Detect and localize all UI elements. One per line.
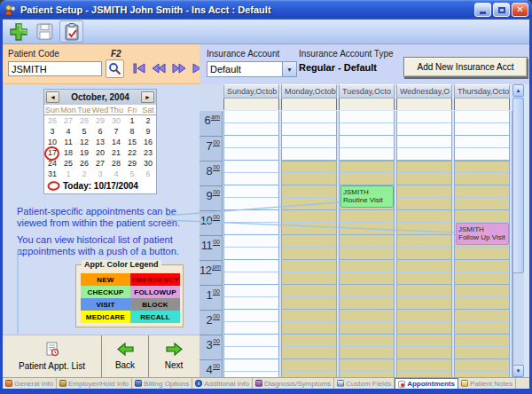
calendar-day[interactable]: 21 (108, 147, 124, 158)
time-slot[interactable] (224, 223, 278, 235)
time-slot[interactable] (397, 347, 451, 359)
calendar-next-month-button[interactable]: ► (141, 91, 154, 103)
time-slot[interactable] (282, 185, 336, 198)
day-header[interactable]: Monday,Octob ... (281, 84, 337, 98)
calendar-day[interactable]: 8 (124, 126, 140, 137)
time-slot[interactable] (282, 136, 336, 148)
time-slot[interactable] (397, 223, 451, 235)
time-slot[interactable] (455, 185, 509, 198)
tab-additional-info[interactable]: iAdditional Info (192, 378, 253, 389)
time-slot[interactable] (282, 173, 336, 185)
time-slot[interactable] (397, 359, 451, 372)
tab-patient-notes[interactable]: Patient Notes (458, 378, 516, 389)
time-slot[interactable] (224, 322, 278, 335)
time-slot[interactable] (455, 148, 509, 161)
calendar-day[interactable]: 6 (140, 169, 156, 179)
time-slot[interactable] (340, 335, 394, 347)
nav-first-button[interactable] (133, 63, 145, 74)
time-slot[interactable] (340, 297, 394, 310)
patient-code-input[interactable] (8, 61, 102, 76)
tab-appointments[interactable]: Appointments (395, 378, 458, 389)
close-button[interactable]: ✕ (512, 3, 528, 17)
time-slot[interactable] (397, 248, 451, 260)
time-slot[interactable] (282, 248, 336, 260)
day-header[interactable]: Thursday,Octo ... (454, 84, 510, 98)
appointment[interactable]: JSMITHRoutine Visit (340, 185, 394, 208)
calendar-day[interactable]: 1 (60, 169, 76, 179)
calendar-day[interactable]: 19 (76, 147, 92, 158)
nav-next-button[interactable] (172, 63, 186, 74)
time-slot[interactable] (224, 185, 278, 198)
time-slot[interactable] (397, 111, 451, 123)
allday-cell[interactable] (339, 98, 395, 110)
nav-previous-button[interactable] (152, 63, 166, 74)
time-slot[interactable] (224, 235, 278, 248)
calendar-day[interactable]: 30 (140, 158, 156, 169)
calendar-day[interactable]: 23 (140, 147, 156, 158)
calendar-day[interactable]: 26 (76, 158, 92, 169)
add-insurance-button[interactable]: Add New Insurance Acct (403, 57, 528, 77)
calendar-day[interactable]: 4 (108, 169, 124, 179)
calendar-day[interactable]: 5 (76, 126, 92, 137)
time-slot[interactable] (455, 347, 509, 359)
calendar-day[interactable]: 26 (44, 115, 60, 126)
time-slot[interactable] (397, 297, 451, 310)
calendar-day[interactable]: 2 (76, 169, 92, 179)
time-slot[interactable] (455, 111, 509, 123)
schedule-scrollbar[interactable]: ▲ ▼ (512, 84, 524, 377)
tab-custom-fields[interactable]: Custom Fields (334, 378, 395, 389)
calendar-day[interactable]: 1 (124, 115, 140, 126)
time-slot[interactable] (340, 285, 394, 297)
calendar-day[interactable]: 30 (108, 115, 124, 126)
day-header[interactable]: Wednesday,O ... (396, 84, 452, 98)
time-slot[interactable] (282, 210, 336, 223)
calendar-prev-month-button[interactable]: ◄ (46, 91, 59, 103)
time-slot[interactable] (340, 235, 394, 248)
time-slot[interactable] (282, 111, 336, 123)
minimize-button[interactable] (474, 3, 491, 17)
allday-cell[interactable] (396, 98, 452, 110)
time-slot[interactable] (224, 335, 278, 347)
time-slot[interactable] (340, 347, 394, 359)
time-slot[interactable] (282, 310, 336, 322)
calendar-day[interactable]: 5 (124, 169, 140, 179)
appointment[interactable]: JSMITHFollow Up Visit (456, 223, 509, 245)
time-slot[interactable] (455, 210, 509, 223)
time-slot[interactable] (340, 359, 394, 372)
time-slot[interactable] (455, 297, 509, 310)
time-slot[interactable] (282, 235, 336, 248)
eligibility-check-button[interactable] (59, 20, 83, 43)
time-slot[interactable] (224, 248, 278, 260)
time-slot[interactable] (282, 260, 336, 272)
time-slot[interactable] (397, 148, 451, 161)
time-slot[interactable] (224, 347, 278, 359)
time-slot[interactable] (455, 260, 509, 272)
time-slot[interactable] (397, 235, 451, 248)
insurance-account-dropdown[interactable]: Default ▼ (207, 61, 297, 77)
time-slot[interactable] (224, 198, 278, 210)
time-slot[interactable] (282, 335, 336, 347)
calendar-day[interactable]: 22 (124, 147, 140, 158)
time-slot[interactable] (340, 136, 394, 148)
time-slot[interactable] (224, 136, 278, 148)
time-slot[interactable] (224, 161, 278, 173)
time-slot[interactable] (340, 272, 394, 285)
tab-general-info[interactable]: General Info (3, 378, 57, 389)
time-slot[interactable] (224, 148, 278, 161)
time-slot[interactable] (455, 272, 509, 285)
calendar-day[interactable]: 3 (92, 169, 108, 179)
time-slot[interactable] (282, 347, 336, 359)
time-slot[interactable] (340, 210, 394, 223)
calendar-day[interactable]: 9 (140, 126, 156, 137)
time-slot[interactable] (455, 123, 509, 136)
time-slot[interactable] (397, 185, 451, 198)
time-slot[interactable] (224, 272, 278, 285)
day-header[interactable]: Sunday,Octob ... (223, 84, 279, 98)
time-slot[interactable] (282, 297, 336, 310)
calendar-day[interactable]: 24 (44, 158, 60, 169)
time-slot[interactable] (340, 123, 394, 136)
time-slot[interactable] (282, 161, 336, 173)
time-slot[interactable] (397, 272, 451, 285)
time-slot[interactable] (340, 322, 394, 335)
calendar-day[interactable]: 31 (44, 169, 60, 179)
